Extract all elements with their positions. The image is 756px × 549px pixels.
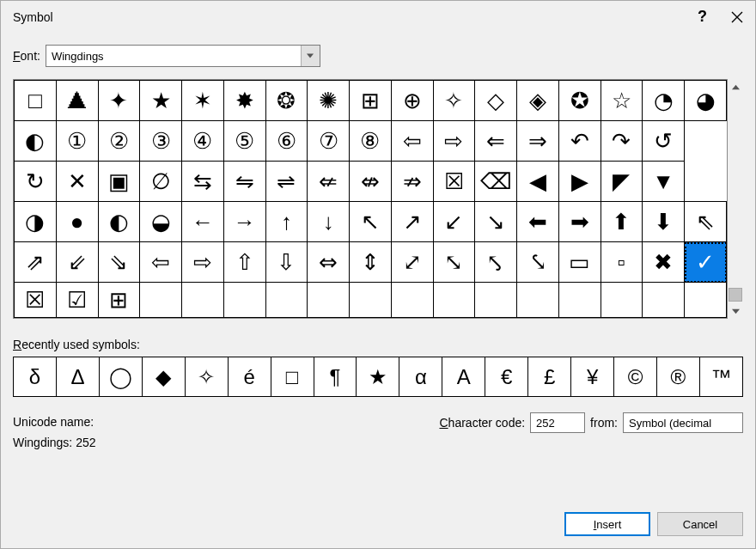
symbol-cell[interactable]: ⤡ — [433, 242, 475, 283]
symbol-cell[interactable]: ⇎ — [350, 162, 392, 202]
symbol-cell[interactable]: ⇧ — [223, 242, 265, 283]
symbol-cell[interactable]: ⌫ — [475, 162, 517, 202]
symbol-cell[interactable]: ↷ — [601, 121, 643, 162]
recent-cell[interactable]: δ — [14, 357, 57, 397]
recent-cell[interactable]: ™ — [699, 357, 742, 397]
recent-cell[interactable]: ◆ — [142, 357, 185, 397]
symbol-cell[interactable]: ⑧ — [350, 121, 392, 162]
symbol-cell[interactable]: ⇍ — [308, 162, 350, 202]
symbol-cell[interactable]: ↗ — [391, 202, 433, 242]
symbol-cell[interactable]: ☑ — [56, 283, 98, 318]
symbol-cell[interactable] — [558, 283, 601, 318]
symbol-cell[interactable]: ⊞ — [98, 283, 140, 318]
symbol-cell[interactable] — [350, 283, 392, 318]
symbol-cell[interactable]: ⬅ — [517, 202, 559, 242]
symbol-cell[interactable]: ☆ — [601, 81, 643, 121]
vertical-scrollbar[interactable] — [728, 79, 743, 319]
symbol-cell[interactable]: ◑ — [15, 202, 57, 242]
symbol-cell[interactable]: ◐ — [15, 121, 57, 162]
symbol-cell[interactable]: ② — [98, 121, 140, 162]
recent-cell[interactable]: £ — [528, 357, 571, 397]
symbol-cell[interactable]: ◕ — [685, 81, 727, 121]
symbol-cell[interactable]: ③ — [140, 121, 182, 162]
recent-cell[interactable]: ✧ — [185, 357, 228, 397]
symbol-cell[interactable]: ④ — [182, 121, 224, 162]
symbol-cell[interactable]: ① — [56, 121, 98, 162]
symbol-cell[interactable]: ⇌ — [265, 162, 308, 202]
symbol-cell[interactable]: ↑ — [265, 202, 308, 242]
symbol-cell[interactable]: ✖ — [643, 242, 685, 283]
symbol-cell[interactable]: ◈ — [517, 81, 559, 121]
recent-cell[interactable]: ¶ — [314, 357, 357, 397]
symbol-cell[interactable]: ◤ — [601, 162, 643, 202]
symbol-cell[interactable]: ☒ — [15, 283, 57, 318]
chevron-down-icon[interactable] — [301, 46, 320, 66]
symbol-grid[interactable]: □⯅✦★✶✸❂✺⊞⊕✧◇◈✪☆◔◕◐①②③④⑤⑥⑦⑧⇦⇨⇐⇒↶↷↺↻✕▣∅⇆⇋⇌… — [14, 80, 727, 318]
recent-cell[interactable]: ¥ — [571, 357, 614, 397]
recent-grid[interactable]: δΔ◯◆✧é□¶★αA€£¥©®™ — [13, 357, 743, 397]
font-combo[interactable] — [46, 45, 320, 67]
symbol-cell[interactable]: ⑥ — [265, 121, 308, 162]
symbol-cell[interactable]: → — [223, 202, 265, 242]
recent-cell[interactable]: A — [442, 357, 485, 397]
symbol-cell[interactable] — [601, 283, 643, 318]
recent-cell[interactable]: α — [399, 357, 442, 397]
symbol-cell[interactable]: ✪ — [558, 81, 601, 121]
symbol-cell[interactable]: ☒ — [433, 162, 475, 202]
recent-cell[interactable]: é — [228, 357, 271, 397]
symbol-cell[interactable]: ➡ — [558, 202, 601, 242]
symbol-cell[interactable]: ◐ — [98, 202, 140, 242]
symbol-cell[interactable]: ↻ — [15, 162, 57, 202]
symbol-cell[interactable]: ⇖ — [685, 202, 727, 242]
symbol-cell[interactable] — [517, 283, 559, 318]
symbol-cell[interactable] — [685, 283, 727, 318]
symbol-cell[interactable] — [223, 283, 265, 318]
symbol-cell[interactable]: ↺ — [643, 121, 685, 162]
symbol-cell[interactable]: ✧ — [433, 81, 475, 121]
symbol-cell[interactable] — [391, 283, 433, 318]
font-input[interactable] — [46, 50, 301, 63]
scroll-track[interactable] — [728, 95, 743, 303]
char-code-input[interactable] — [530, 412, 585, 433]
symbol-cell[interactable]: ◇ — [475, 81, 517, 121]
symbol-cell[interactable]: ⑤ — [223, 121, 265, 162]
symbol-cell[interactable]: ↓ — [308, 202, 350, 242]
recent-cell[interactable]: € — [485, 357, 528, 397]
symbol-cell[interactable] — [308, 283, 350, 318]
symbol-cell[interactable]: ✶ — [182, 81, 224, 121]
recent-cell[interactable]: © — [614, 357, 657, 397]
symbol-cell[interactable]: ⇩ — [265, 242, 308, 283]
cancel-button[interactable]: Cancel — [657, 512, 743, 536]
recent-cell[interactable]: □ — [271, 357, 314, 397]
symbol-cell[interactable]: ⬆ — [601, 202, 643, 242]
symbol-cell[interactable]: ▼ — [643, 162, 685, 202]
symbol-cell[interactable]: ★ — [140, 81, 182, 121]
recent-cell[interactable]: ◯ — [99, 357, 142, 397]
symbol-cell[interactable]: ↶ — [558, 121, 601, 162]
symbol-cell[interactable]: ⇨ — [182, 242, 224, 283]
symbol-cell[interactable]: ⯅ — [56, 81, 98, 121]
symbol-cell[interactable]: ⤢ — [391, 242, 433, 283]
symbol-cell[interactable]: ▶ — [558, 162, 601, 202]
symbol-cell[interactable]: ⇕ — [350, 242, 392, 283]
scroll-thumb[interactable] — [729, 288, 742, 302]
symbol-cell[interactable] — [265, 283, 308, 318]
close-icon[interactable] — [731, 11, 743, 23]
symbol-cell[interactable]: ▫ — [601, 242, 643, 283]
symbol-cell[interactable]: ❂ — [265, 81, 308, 121]
symbol-cell[interactable]: ● — [56, 202, 98, 242]
symbol-cell[interactable]: ⇦ — [140, 242, 182, 283]
symbol-cell[interactable]: ⇐ — [475, 121, 517, 162]
symbol-cell[interactable] — [140, 283, 182, 318]
symbol-cell[interactable]: ⇨ — [433, 121, 475, 162]
symbol-cell[interactable]: ◒ — [140, 202, 182, 242]
symbol-cell[interactable]: ↘ — [475, 202, 517, 242]
symbol-cell[interactable]: ⇏ — [391, 162, 433, 202]
from-input[interactable] — [624, 417, 756, 430]
symbol-cell[interactable]: ← — [182, 202, 224, 242]
help-icon[interactable]: ? — [698, 8, 707, 26]
scroll-up-icon[interactable] — [728, 79, 743, 95]
symbol-cell[interactable]: ▭ — [558, 242, 601, 283]
symbol-cell[interactable]: ⊕ — [391, 81, 433, 121]
symbol-cell[interactable]: ✺ — [308, 81, 350, 121]
